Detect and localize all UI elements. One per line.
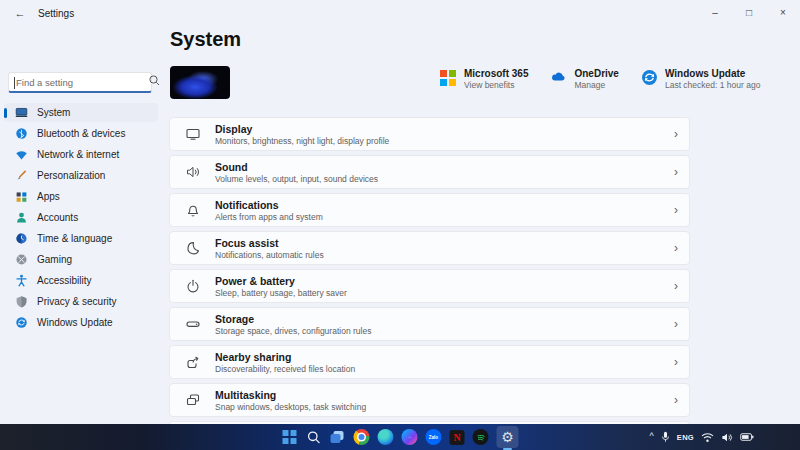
zalo-icon[interactable]: Zalo [426, 429, 442, 445]
shortcut-microsoft-365[interactable]: Microsoft 365 View benefits [440, 68, 528, 91]
maximize-button[interactable]: □ [732, 0, 766, 24]
shortcut-subtitle[interactable]: Manage [574, 80, 618, 91]
sidebar-nav: System Bluetooth & devices Network & int… [4, 103, 158, 334]
battery-icon[interactable] [740, 432, 754, 442]
back-button[interactable]: ← [6, 2, 34, 24]
speaker-icon[interactable] [721, 432, 733, 443]
card-title: Power & battery [215, 275, 347, 288]
sidebar-item-label: Privacy & security [37, 296, 116, 307]
notifications-bell-icon [185, 202, 201, 218]
netflix-icon[interactable]: N [450, 430, 465, 445]
sidebar-item-label: Apps [37, 191, 60, 202]
sidebar-item-privacy-security[interactable]: Privacy & security [4, 292, 158, 311]
chevron-right-icon: › [674, 393, 678, 407]
taskbar: Zalo N ⚙ ^ ENG [0, 424, 800, 450]
card-title: Notifications [215, 199, 323, 212]
back-arrow-icon: ← [15, 7, 26, 19]
edge-icon[interactable] [378, 429, 394, 445]
search-box[interactable] [8, 72, 152, 93]
card-power-battery[interactable]: Power & battery Sleep, battery usage, ba… [169, 269, 690, 303]
person-icon [15, 211, 28, 224]
brush-icon [15, 169, 28, 182]
sidebar-item-label: Accessibility [37, 275, 91, 286]
sidebar-item-accessibility[interactable]: Accessibility [4, 271, 158, 290]
card-subtitle: Snap windows, desktops, task switching [215, 402, 366, 412]
device-header [170, 66, 230, 102]
system-icon [15, 106, 28, 119]
card-sound[interactable]: Sound Volume levels, output, input, soun… [169, 155, 690, 189]
spotify-icon[interactable] [473, 429, 489, 445]
sidebar-item-bluetooth-devices[interactable]: Bluetooth & devices [4, 124, 158, 143]
settings-list: Display Monitors, brightness, night ligh… [169, 117, 690, 426]
shortcut-title: Microsoft 365 [464, 68, 528, 80]
card-multitasking[interactable]: Multitasking Snap windows, desktops, tas… [169, 383, 690, 417]
start-button[interactable] [282, 429, 298, 445]
storage-drive-icon [185, 316, 201, 332]
language-indicator[interactable]: ENG [677, 433, 694, 442]
chevron-right-icon: › [674, 127, 678, 141]
card-storage[interactable]: Storage Storage space, drives, configura… [169, 307, 690, 341]
sidebar-item-label: Accounts [37, 212, 78, 223]
chevron-right-icon: › [674, 317, 678, 331]
card-notifications[interactable]: Notifications Alerts from apps and syste… [169, 193, 690, 227]
display-icon [185, 126, 201, 142]
chevron-right-icon: › [674, 241, 678, 255]
sidebar-item-system[interactable]: System [4, 103, 158, 122]
windows-update-icon [641, 69, 658, 86]
sidebar-item-label: Personalization [37, 170, 105, 181]
sidebar-item-windows-update[interactable]: Windows Update [4, 313, 158, 332]
close-icon: × [780, 7, 786, 18]
card-subtitle: Notifications, automatic rules [215, 250, 324, 260]
multitasking-windows-icon [185, 392, 201, 408]
sidebar-item-network-internet[interactable]: Network & internet [4, 145, 158, 164]
taskbar-search-button[interactable] [306, 429, 322, 445]
sidebar-item-label: Bluetooth & devices [37, 128, 125, 139]
nearby-sharing-icon [185, 354, 201, 370]
tray-expand-chevron-icon[interactable]: ^ [650, 431, 654, 441]
sidebar: System Bluetooth & devices Network & int… [0, 26, 162, 424]
sidebar-item-apps[interactable]: Apps [4, 187, 158, 206]
card-nearby-sharing[interactable]: Nearby sharing Discoverability, received… [169, 345, 690, 379]
chrome-icon[interactable] [354, 429, 370, 445]
search-icon [148, 73, 166, 91]
card-subtitle: Alerts from apps and system [215, 212, 323, 222]
settings-app-icon[interactable]: ⚙ [497, 426, 519, 448]
shortcut-title: OneDrive [574, 68, 618, 80]
card-display[interactable]: Display Monitors, brightness, night ligh… [169, 117, 690, 151]
windows-logo-icon [282, 430, 297, 445]
card-focus-assist[interactable]: Focus assist Notifications, automatic ru… [169, 231, 690, 265]
system-tray: ^ ENG [650, 424, 754, 450]
page-title: System [170, 28, 241, 51]
settings-window: ← Settings – □ × System [0, 0, 800, 424]
microphone-icon[interactable] [661, 431, 670, 443]
close-button[interactable]: × [766, 0, 800, 24]
shortcut-subtitle[interactable]: View benefits [464, 80, 528, 91]
sidebar-item-personalization[interactable]: Personalization [4, 166, 158, 185]
microsoft-365-icon [440, 69, 457, 86]
card-title: Display [215, 123, 389, 136]
card-title: Multitasking [215, 389, 366, 402]
text-caret [14, 77, 15, 89]
card-subtitle: Discoverability, received files location [215, 364, 355, 374]
card-title: Storage [215, 313, 371, 326]
minimize-button[interactable]: – [698, 0, 732, 24]
wifi-icon[interactable] [701, 432, 714, 443]
shortcut-onedrive[interactable]: OneDrive Manage [550, 68, 618, 91]
sidebar-item-label: Gaming [37, 254, 72, 265]
sidebar-item-gaming[interactable]: Gaming [4, 250, 158, 269]
accessibility-person-icon [15, 274, 28, 287]
shortcut-windows-update[interactable]: Windows Update Last checked: 1 hour ago [641, 68, 760, 91]
window-title: Settings [38, 8, 74, 19]
task-view-button[interactable] [330, 429, 346, 445]
search-input[interactable] [9, 77, 148, 88]
header-shortcuts: Microsoft 365 View benefits OneDrive Man… [440, 68, 782, 91]
chevron-right-icon: › [674, 165, 678, 179]
sidebar-item-label: Network & internet [37, 149, 119, 160]
onedrive-icon [550, 69, 567, 86]
messenger-icon[interactable] [402, 429, 418, 445]
sidebar-item-accounts[interactable]: Accounts [4, 208, 158, 227]
gear-icon: ⚙ [501, 430, 514, 444]
sidebar-item-time-language[interactable]: Time & language [4, 229, 158, 248]
card-title: Nearby sharing [215, 351, 355, 364]
titlebar: ← Settings – □ × [0, 0, 800, 26]
